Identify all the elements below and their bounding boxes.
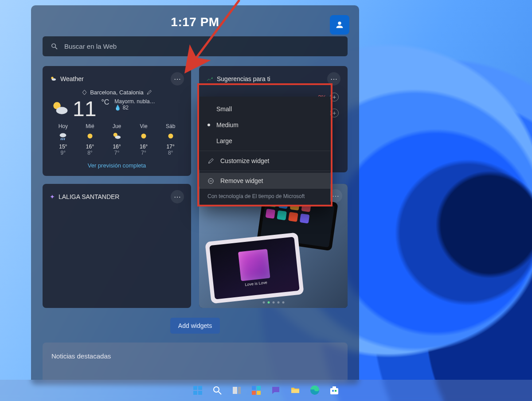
forecast-day[interactable]: Mié 16° 8° bbox=[77, 123, 104, 156]
news-section[interactable]: Noticias destacadas bbox=[43, 343, 348, 383]
news-header: Noticias destacadas bbox=[51, 352, 111, 360]
add-widgets-button[interactable]: Add widgets bbox=[170, 318, 220, 334]
svg-rect-28 bbox=[252, 391, 256, 395]
folder-icon bbox=[290, 385, 301, 396]
edit-icon[interactable] bbox=[146, 90, 152, 95]
profile-button[interactable] bbox=[330, 15, 349, 35]
suggestions-title: Sugerencias para ti bbox=[217, 75, 324, 82]
store-icon bbox=[329, 385, 340, 396]
menu-customize-widget[interactable]: Customize widget bbox=[200, 153, 330, 169]
weather-title: Weather bbox=[60, 75, 167, 82]
svg-point-3 bbox=[52, 78, 56, 81]
menu-provider-footer: Con tecnología de El tiempo de Microsoft bbox=[200, 189, 330, 201]
partly-cloudy-icon bbox=[50, 98, 69, 118]
sunny-icon bbox=[85, 131, 95, 141]
taskbar-store[interactable] bbox=[326, 382, 342, 398]
laliga-more-button[interactable]: ⋯ bbox=[171, 190, 184, 203]
widgets-icon bbox=[251, 385, 262, 396]
svg-point-12 bbox=[115, 136, 121, 139]
svg-rect-20 bbox=[193, 391, 197, 395]
sport-icon: ✦ bbox=[50, 193, 55, 200]
windows-icon bbox=[192, 385, 203, 396]
weather-icon bbox=[50, 75, 57, 82]
album-caption: Love is Love bbox=[241, 280, 271, 287]
weather-summary: Mayorm. nubla… bbox=[114, 98, 155, 105]
edge-icon bbox=[309, 385, 320, 396]
svg-line-1 bbox=[55, 47, 57, 49]
weather-unit: °C bbox=[101, 98, 109, 106]
svg-point-14 bbox=[168, 134, 173, 139]
search-placeholder: Buscar en la Web bbox=[64, 43, 117, 50]
svg-line-7 bbox=[61, 138, 62, 140]
taskbar-search[interactable] bbox=[209, 382, 225, 398]
weather-humidity: 💧 82 bbox=[114, 105, 155, 111]
menu-size-large[interactable]: Large bbox=[200, 133, 330, 149]
svg-point-10 bbox=[87, 134, 92, 139]
task-view-icon bbox=[231, 385, 242, 396]
svg-line-8 bbox=[63, 138, 63, 140]
taskbar-chat[interactable] bbox=[268, 382, 284, 398]
taskbar-widgets[interactable] bbox=[248, 382, 264, 398]
remove-icon bbox=[207, 178, 214, 184]
plus-icon[interactable]: + bbox=[330, 109, 339, 117]
svg-point-0 bbox=[52, 44, 56, 48]
search-icon bbox=[51, 43, 58, 50]
svg-rect-33 bbox=[332, 386, 336, 389]
menu-remove-widget[interactable]: Remove widget bbox=[200, 173, 330, 189]
svg-point-13 bbox=[141, 134, 146, 139]
partly-cloudy-icon bbox=[112, 131, 121, 141]
sunny-icon bbox=[166, 131, 176, 141]
selected-dot-icon bbox=[207, 124, 210, 126]
svg-rect-24 bbox=[233, 387, 237, 394]
taskbar-explorer[interactable] bbox=[287, 382, 303, 398]
panel-clock: 1:17 PM bbox=[43, 15, 348, 29]
weather-temp: 11 bbox=[73, 98, 96, 120]
svg-point-6 bbox=[60, 133, 66, 137]
plus-icon[interactable]: + bbox=[330, 93, 339, 101]
pencil-icon bbox=[207, 158, 214, 164]
suggestions-more-button[interactable]: ⋯ bbox=[327, 72, 340, 86]
chat-icon bbox=[270, 385, 281, 396]
svg-rect-27 bbox=[257, 386, 261, 390]
svg-point-22 bbox=[214, 387, 219, 392]
taskbar-task-view[interactable] bbox=[229, 382, 245, 398]
svg-rect-32 bbox=[330, 388, 338, 394]
laliga-title: LALIGA SANTANDER bbox=[59, 193, 167, 200]
weather-forecast: Hoy 15° 9° Mié 16° 8° Jue 16° 7° bbox=[50, 123, 184, 156]
sunny-icon bbox=[139, 131, 149, 141]
search-icon bbox=[212, 385, 223, 396]
svg-rect-34 bbox=[332, 390, 334, 392]
taskbar-start[interactable] bbox=[190, 382, 206, 398]
svg-rect-21 bbox=[198, 391, 202, 395]
svg-line-9 bbox=[64, 138, 65, 140]
forecast-day[interactable]: Sáb 17° 8° bbox=[157, 123, 184, 156]
full-forecast-link[interactable]: Ver previsión completa bbox=[50, 162, 184, 169]
widget-context-menu: Small Medium Large Customize widget Remo… bbox=[200, 97, 330, 206]
weather-more-button[interactable]: ⋯ bbox=[171, 72, 184, 86]
forecast-day[interactable]: Vie 16° 7° bbox=[130, 123, 157, 156]
photo-dots[interactable] bbox=[262, 301, 284, 304]
svg-point-5 bbox=[56, 107, 68, 114]
menu-size-medium[interactable]: Medium bbox=[200, 117, 330, 133]
weather-location[interactable]: Barcelona, Catalonia bbox=[50, 89, 184, 96]
svg-rect-25 bbox=[238, 387, 241, 394]
svg-rect-29 bbox=[257, 391, 261, 395]
svg-rect-26 bbox=[252, 386, 256, 390]
search-bar[interactable]: Buscar en la Web bbox=[43, 36, 348, 56]
svg-rect-35 bbox=[335, 390, 336, 392]
location-icon bbox=[82, 90, 87, 95]
laliga-widget[interactable]: ✦ LALIGA SANTANDER ⋯ bbox=[43, 184, 191, 308]
taskbar bbox=[0, 380, 532, 401]
taskbar-edge[interactable] bbox=[307, 382, 323, 398]
rain-icon bbox=[58, 131, 68, 141]
menu-size-small[interactable]: Small bbox=[200, 101, 330, 117]
svg-rect-19 bbox=[198, 386, 202, 390]
svg-rect-30 bbox=[291, 389, 299, 393]
svg-rect-18 bbox=[193, 386, 197, 390]
weather-widget[interactable]: Weather ⋯ Barcelona, Catalonia 11 °C May… bbox=[43, 66, 191, 176]
forecast-day[interactable]: Hoy 15° 9° bbox=[50, 123, 77, 156]
svg-line-23 bbox=[219, 392, 221, 394]
trend-up-icon bbox=[206, 75, 213, 82]
photos-more-button[interactable]: ⋯ bbox=[329, 189, 342, 202]
forecast-day[interactable]: Jue 16° 7° bbox=[103, 123, 130, 156]
